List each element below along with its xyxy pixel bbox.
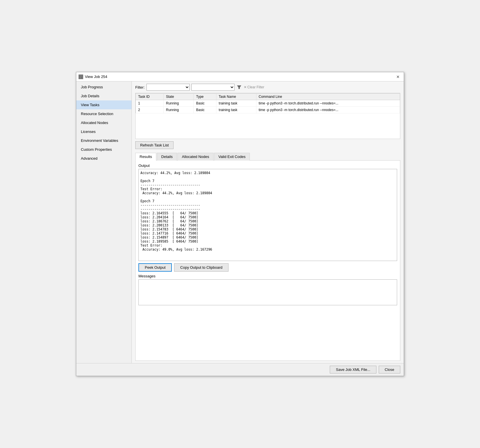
cell-command-line: time -p python3 -m torch.distributed.run…	[256, 107, 400, 113]
cell-task-name: training task	[216, 107, 256, 113]
output-text: Accuracy: 44.2%, Avg loss: 2.189804 Epoc…	[138, 169, 397, 261]
clear-filter-label: Clear Filter	[247, 85, 264, 89]
sidebar-item-job-progress[interactable]: Job Progress	[76, 83, 132, 91]
tabs-bar: Results Details Allocated Nodes Valid Ex…	[135, 152, 400, 161]
title-bar: View Job 254 ✕	[76, 72, 404, 81]
task-table: Task ID State Type Task Name Command Lin…	[136, 93, 400, 113]
right-panel: Filter: ✕ Clear Filter	[132, 81, 404, 363]
output-buttons: Peek Output Copy Output to Clipboard	[138, 263, 397, 272]
sidebar-item-allocated-nodes[interactable]: Allocated Nodes	[76, 118, 132, 127]
main-content: Job Progress Job Details View Tasks Reso…	[76, 81, 404, 363]
cell-task-id: 1	[136, 100, 164, 107]
table-row[interactable]: 2 Running Basic training task time -p py…	[136, 107, 400, 113]
svg-marker-4	[237, 85, 241, 89]
cell-task-id: 2	[136, 107, 164, 113]
sidebar-item-job-details[interactable]: Job Details	[76, 91, 132, 100]
filter-label: Filter:	[135, 85, 145, 89]
bottom-section: Results Details Allocated Nodes Valid Ex…	[132, 152, 404, 363]
col-header-state: State	[163, 94, 194, 100]
sidebar-item-advanced[interactable]: Advanced	[76, 154, 132, 163]
output-label: Output	[138, 163, 397, 168]
filter-bar: Filter: ✕ Clear Filter	[135, 84, 400, 91]
cell-type: Basic	[194, 107, 216, 113]
save-job-xml-button[interactable]: Save Job XML File...	[330, 366, 376, 373]
footer: Save Job XML File... Close	[76, 363, 404, 376]
top-section: Filter: ✕ Clear Filter	[132, 81, 404, 152]
sidebar: Job Progress Job Details View Tasks Reso…	[76, 81, 132, 363]
clear-filter-button[interactable]: ✕ Clear Filter	[244, 85, 264, 89]
cell-task-name: training task	[216, 100, 256, 107]
col-header-command-line: Command Line	[256, 94, 400, 100]
filter-dropdown-1[interactable]	[146, 84, 190, 91]
messages-area	[138, 279, 397, 305]
messages-label: Messages	[138, 274, 397, 278]
tab-allocated-nodes[interactable]: Allocated Nodes	[178, 153, 214, 161]
filter-icon	[236, 84, 242, 90]
col-header-task-id: Task ID	[136, 94, 164, 100]
tab-valid-exit-codes[interactable]: Valid Exit Codes	[214, 153, 250, 161]
copy-output-button[interactable]: Copy Output to Clipboard	[174, 263, 228, 272]
cell-state: Running	[163, 100, 194, 107]
window-icon	[79, 75, 83, 79]
window-close-button[interactable]: ✕	[395, 73, 401, 80]
cell-type: Basic	[194, 100, 216, 107]
sidebar-item-environment-variables[interactable]: Environment Variables	[76, 136, 132, 145]
table-header-row: Task ID State Type Task Name Command Lin…	[136, 94, 400, 100]
filter-dropdown-2[interactable]	[191, 84, 235, 91]
col-header-task-name: Task Name	[216, 94, 256, 100]
close-button[interactable]: Close	[379, 366, 400, 373]
window-title: View Job 254	[85, 75, 107, 79]
sidebar-item-custom-properties[interactable]: Custom Properties	[76, 145, 132, 154]
sidebar-item-view-tasks[interactable]: View Tasks	[76, 100, 132, 109]
tab-results[interactable]: Results	[135, 153, 156, 161]
main-window: View Job 254 ✕ Job Progress Job Details …	[76, 72, 404, 376]
table-row[interactable]: 1 Running Basic training task time -p py…	[136, 100, 400, 107]
peek-output-button[interactable]: Peek Output	[138, 263, 172, 272]
tab-content: Output Accuracy: 44.2%, Avg loss: 2.1898…	[135, 161, 400, 361]
tab-details[interactable]: Details	[157, 153, 177, 161]
clear-filter-x-icon: ✕	[244, 85, 247, 89]
task-table-wrap: Task ID State Type Task Name Command Lin…	[135, 93, 400, 139]
title-bar-left: View Job 254	[79, 75, 107, 79]
svg-rect-3	[80, 78, 81, 78]
refresh-task-list-button[interactable]: Refresh Task List	[135, 141, 174, 149]
cell-command-line: time -p python3 -m torch.distributed.run…	[256, 100, 400, 107]
col-header-type: Type	[194, 94, 216, 100]
sidebar-item-licenses[interactable]: Licenses	[76, 127, 132, 136]
cell-state: Running	[163, 107, 194, 113]
sidebar-item-resource-selection[interactable]: Resource Selection	[76, 109, 132, 118]
svg-rect-2	[80, 77, 82, 77]
svg-rect-1	[80, 76, 82, 76]
